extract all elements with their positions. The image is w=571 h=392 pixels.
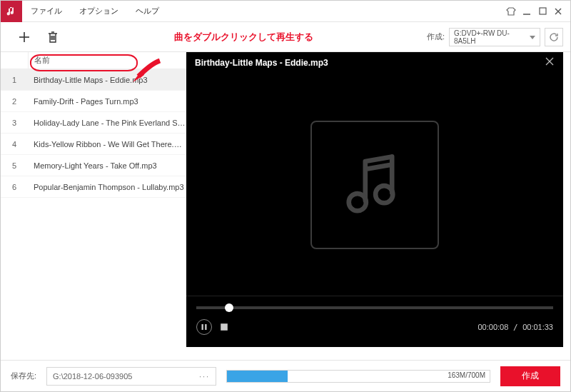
svg-rect-1 <box>540 8 546 14</box>
album-art-placeholder <box>310 121 439 249</box>
col-name-header: 名前 <box>28 52 186 69</box>
row-name: Memory-Light Years - Take Off.mp3 <box>28 161 186 170</box>
browse-icon[interactable]: ··· <box>199 372 210 381</box>
player-titlebar: Birthday-Little Maps - Eddie.mp3 <box>186 52 563 74</box>
minimize-icon[interactable] <box>519 4 535 19</box>
player-canvas <box>186 74 563 296</box>
menu-items: ファイル オプション ヘルプ <box>22 6 168 16</box>
player-controls: 00:00:08 / 00:01:33 <box>186 296 563 347</box>
row-num: 4 <box>1 140 28 149</box>
capacity-fill <box>227 371 288 382</box>
menu-file[interactable]: ファイル <box>22 6 71 16</box>
main-area: 名前 1Birthday-Little Maps - Eddie.mp3 2Fa… <box>1 52 570 360</box>
callout-text: 曲をダブルクリックして再生する <box>174 31 313 44</box>
row-num: 1 <box>1 76 28 84</box>
row-name: Popular-Benjamin Thompson - Lullaby.mp3 <box>28 183 186 191</box>
row-num: 3 <box>1 119 28 127</box>
row-name: Birthday-Little Maps - Eddie.mp3 <box>28 76 186 84</box>
row-name: Kids-Yellow Ribbon - We Will Get There.m… <box>28 140 186 149</box>
skin-icon[interactable] <box>503 4 519 19</box>
list-item[interactable]: 5Memory-Light Years - Take Off.mp3 <box>1 155 186 176</box>
window-controls <box>503 4 570 19</box>
refresh-button[interactable] <box>545 28 563 46</box>
player-title-text: Birthday-Little Maps - Eddie.mp3 <box>195 58 328 68</box>
delete-button[interactable] <box>42 26 64 48</box>
close-icon[interactable] <box>550 4 566 19</box>
create-button[interactable]: 作成 <box>500 366 560 386</box>
menu-option[interactable]: オプション <box>71 6 127 16</box>
row-name: Holiday-Lady Lane - The Pink Everland Sk… <box>28 119 186 127</box>
footer: 保存先: G:\2018-12-06-093905 ··· 163M/700M … <box>1 360 570 391</box>
toolbar: 曲をダブルクリックして再生する 作成: G:DVD+-RW DU-8A5LH <box>1 22 570 52</box>
row-num: 6 <box>1 183 28 191</box>
maximize-icon[interactable] <box>535 4 550 19</box>
toolbar-right: 作成: G:DVD+-RW DU-8A5LH <box>427 28 563 46</box>
music-note-icon <box>335 146 414 224</box>
seek-bar[interactable] <box>196 306 553 309</box>
row-num: 2 <box>1 97 28 106</box>
timecode: 00:00:08 / 00:01:33 <box>477 323 553 332</box>
player-panel: Birthday-Little Maps - Eddie.mp3 <box>186 52 563 347</box>
list-item[interactable]: 1Birthday-Little Maps - Eddie.mp3 <box>1 69 186 91</box>
app-logo-icon <box>1 1 22 22</box>
list-item[interactable]: 3Holiday-Lady Lane - The Pink Everland S… <box>1 112 186 134</box>
list-item[interactable]: 2Family-Drift - Pages Turn.mp3 <box>1 91 186 112</box>
pause-button[interactable] <box>196 319 212 335</box>
list-rows: 1Birthday-Little Maps - Eddie.mp3 2Famil… <box>1 69 186 198</box>
save-path-input[interactable]: G:\2018-12-06-093905 ··· <box>46 367 216 386</box>
capacity-text: 163M/700M <box>448 371 485 379</box>
svg-point-9 <box>349 194 366 211</box>
seek-knob[interactable] <box>225 303 233 312</box>
music-icon <box>6 6 17 17</box>
add-button[interactable] <box>14 26 35 48</box>
stop-button[interactable] <box>219 322 229 332</box>
row-num: 5 <box>1 161 28 170</box>
capacity-bar: 163M/700M <box>226 370 490 383</box>
svg-rect-13 <box>221 323 228 331</box>
list-item[interactable]: 4Kids-Yellow Ribbon - We Will Get There.… <box>1 134 186 155</box>
row-name: Family-Drift - Pages Turn.mp3 <box>28 97 186 106</box>
app-window: ファイル オプション ヘルプ 曲をダブルクリックして再生する 作成: G:DVD… <box>0 0 571 392</box>
control-row: 00:00:08 / 00:01:33 <box>196 319 553 335</box>
svg-rect-12 <box>205 324 206 330</box>
svg-point-10 <box>375 186 393 203</box>
menubar: ファイル オプション ヘルプ <box>1 1 570 22</box>
track-list: 名前 1Birthday-Little Maps - Eddie.mp3 2Fa… <box>1 52 186 360</box>
drive-select[interactable]: G:DVD+-RW DU-8A5LH <box>449 28 540 46</box>
player-close-button[interactable] <box>545 56 555 69</box>
svg-rect-11 <box>202 324 203 330</box>
list-header: 名前 <box>1 52 186 69</box>
list-item[interactable]: 6Popular-Benjamin Thompson - Lullaby.mp3 <box>1 176 186 198</box>
save-to-label: 保存先: <box>11 371 36 381</box>
create-label: 作成: <box>427 31 445 42</box>
menu-help[interactable]: ヘルプ <box>127 6 168 16</box>
